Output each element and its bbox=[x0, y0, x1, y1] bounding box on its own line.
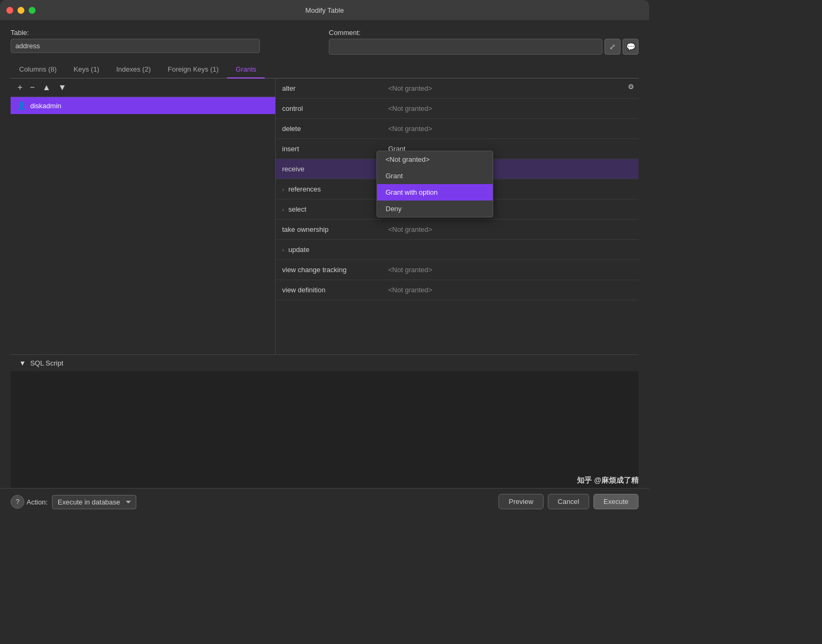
comment-field-group: Comment: ⤢ 💬 bbox=[329, 29, 639, 55]
perm-value-take-ownership: <Not granted> bbox=[388, 225, 632, 233]
chat-button[interactable]: 💬 bbox=[623, 39, 639, 55]
comment-input[interactable] bbox=[329, 39, 602, 55]
table-input[interactable] bbox=[11, 39, 260, 53]
settings-icon: ⚙ bbox=[628, 83, 634, 91]
list-item[interactable]: 👤 diskadmin bbox=[11, 97, 275, 114]
perm-name-control: control bbox=[282, 105, 388, 112]
preview-button[interactable]: Preview bbox=[499, 494, 543, 509]
tab-columns[interactable]: Columns (8) bbox=[11, 61, 65, 79]
bottom-bar: ? Action: Execute in database Generate S… bbox=[0, 488, 649, 515]
perm-name-receive: receive bbox=[282, 165, 388, 173]
tab-foreign-keys[interactable]: Foreign Keys (1) bbox=[159, 61, 227, 79]
perm-name-delete: delete bbox=[282, 125, 388, 133]
execute-button[interactable]: Execute bbox=[593, 494, 639, 509]
expand-button[interactable]: ⤢ bbox=[605, 39, 620, 55]
user-name: diskadmin bbox=[30, 102, 62, 110]
chevron-right-icon: › bbox=[282, 186, 284, 193]
tab-grants[interactable]: Grants bbox=[227, 61, 265, 79]
action-select-row: Action: Execute in database Generate SQL… bbox=[27, 495, 136, 509]
expand-icon: ⤢ bbox=[609, 42, 616, 51]
help-button[interactable]: ? bbox=[11, 495, 24, 509]
move-up-button[interactable]: ▲ bbox=[40, 82, 54, 93]
table-row: view change tracking <Not granted> bbox=[276, 260, 639, 280]
title-bar: Modify Table bbox=[0, 0, 649, 20]
close-button[interactable] bbox=[6, 7, 13, 14]
add-user-button[interactable]: + bbox=[15, 82, 25, 93]
perm-name-view-change-tracking: view change tracking bbox=[282, 266, 388, 274]
user-list: 👤 diskadmin bbox=[11, 97, 275, 354]
dropdown-item-not-granted[interactable]: <Not granted> bbox=[377, 151, 493, 168]
perm-value-delete: <Not granted> bbox=[388, 125, 632, 133]
chat-icon: 💬 bbox=[626, 42, 635, 51]
tab-keys[interactable]: Keys (1) bbox=[65, 61, 108, 79]
perm-value-alter: <Not granted> bbox=[388, 84, 632, 92]
comment-input-row: ⤢ 💬 bbox=[329, 39, 639, 55]
permission-dropdown-menu[interactable]: <Not granted> Grant Grant with option De… bbox=[377, 151, 493, 217]
dropdown-item-deny[interactable]: Deny bbox=[377, 201, 493, 217]
watermark: 知乎 @麻烦成了精 bbox=[577, 476, 639, 485]
table-row: › update bbox=[276, 240, 639, 260]
dropdown-item-grant[interactable]: Grant bbox=[377, 168, 493, 184]
window-controls[interactable] bbox=[6, 7, 36, 14]
user-list-section: + − ▲ ▼ 👤 diskadmin bbox=[11, 79, 276, 354]
settings-area[interactable]: ⚙ bbox=[628, 83, 634, 91]
action-buttons: Preview Cancel Execute bbox=[499, 494, 639, 509]
cancel-button[interactable]: Cancel bbox=[548, 494, 589, 509]
perm-value-view-definition: <Not granted> bbox=[388, 286, 632, 294]
sql-header-label: SQL Script bbox=[30, 359, 63, 367]
table-row: view definition <Not granted> bbox=[276, 280, 639, 300]
remove-user-button[interactable]: − bbox=[27, 82, 37, 93]
action-row: ? bbox=[11, 495, 24, 509]
maximize-button[interactable] bbox=[29, 7, 36, 14]
dropdown-item-grant-with-option[interactable]: Grant with option bbox=[377, 184, 493, 201]
table-label: Table: bbox=[11, 29, 320, 37]
grants-panel: + − ▲ ▼ 👤 diskadmin ⚙ alter bbox=[11, 79, 639, 354]
main-content: Table: Comment: ⤢ 💬 Columns (8) Keys (1)… bbox=[0, 20, 649, 515]
table-row: alter <Not granted> bbox=[276, 79, 639, 99]
move-down-button[interactable]: ▼ bbox=[56, 82, 69, 93]
permissions-section: ⚙ alter <Not granted> control <Not grant… bbox=[276, 79, 639, 354]
perm-value-view-change-tracking: <Not granted> bbox=[388, 266, 632, 274]
user-icon: 👤 bbox=[17, 101, 26, 110]
perm-name-alter: alter bbox=[282, 84, 388, 92]
tab-indexes[interactable]: Indexes (2) bbox=[108, 61, 159, 79]
chevron-right-icon: › bbox=[282, 206, 284, 213]
perm-value-control: <Not granted> bbox=[388, 105, 632, 112]
table-field-group: Table: bbox=[11, 29, 320, 53]
action-select[interactable]: Execute in database Generate SQL script bbox=[52, 495, 136, 509]
action-label: Action: bbox=[27, 498, 48, 506]
table-row: delete <Not granted> bbox=[276, 119, 639, 139]
user-list-toolbar: + − ▲ ▼ bbox=[11, 79, 275, 97]
sql-header[interactable]: ▼ SQL Script bbox=[11, 355, 639, 371]
tabs: Columns (8) Keys (1) Indexes (2) Foreign… bbox=[11, 61, 639, 79]
minimize-button[interactable] bbox=[18, 7, 24, 14]
top-row: Table: Comment: ⤢ 💬 bbox=[11, 29, 639, 55]
perm-name-insert: insert bbox=[282, 145, 388, 153]
perm-name-take-ownership: take ownership bbox=[282, 225, 388, 233]
sql-collapse-icon: ▼ bbox=[19, 359, 26, 367]
window-title: Modify Table bbox=[305, 6, 344, 14]
perm-name-view-definition: view definition bbox=[282, 286, 388, 294]
perm-name-update: update bbox=[288, 246, 395, 254]
table-row: control <Not granted> bbox=[276, 99, 639, 119]
chevron-right-icon: › bbox=[282, 247, 284, 253]
table-row: take ownership <Not granted> bbox=[276, 220, 639, 240]
comment-label: Comment: bbox=[329, 29, 639, 37]
